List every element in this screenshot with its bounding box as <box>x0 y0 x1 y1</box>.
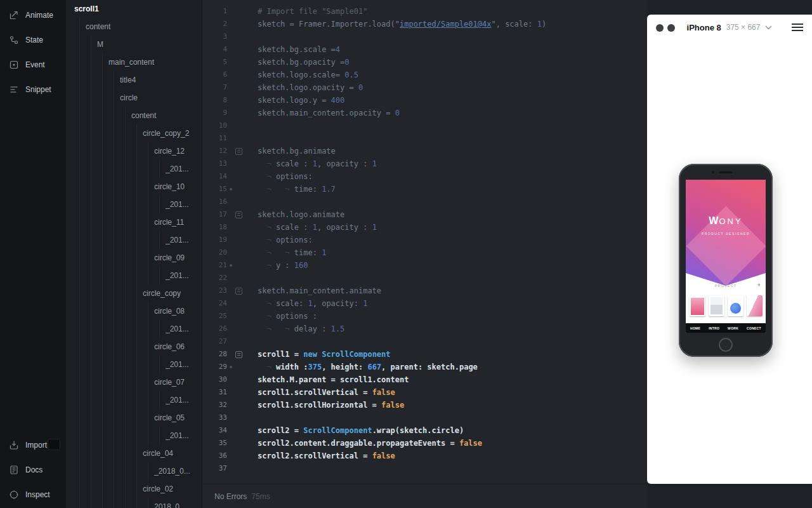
sidebar-item-animate[interactable]: Animate <box>0 3 66 27</box>
code-line-35[interactable]: 35scroll2.content.draggable.propagateEve… <box>202 437 647 450</box>
code-line-10[interactable]: 10 <box>202 119 647 132</box>
code-line-24[interactable]: 24 ¬ scale: 1, opacity: 1 <box>202 297 647 310</box>
layer-item-circle_07[interactable]: circle_07 <box>66 373 202 391</box>
layer-item-_201[interactable]: _201... <box>66 267 202 284</box>
phone-nav-home[interactable]: HOME <box>690 326 700 330</box>
layer-item-circle_06[interactable]: circle_06 <box>66 338 202 356</box>
code-line-29[interactable]: 29 ¬ width :375, height: 667, parent: sk… <box>202 361 647 373</box>
code-line-1[interactable]: 1# Import file "Sample01" <box>202 5 647 18</box>
code-line-12[interactable]: 12sketch.bg.animate <box>202 145 647 157</box>
layer-item-circle_copy[interactable]: circle_copy <box>66 284 202 302</box>
code-line-4[interactable]: 4sketch.bg.scale =4 <box>202 43 647 56</box>
code-line-13[interactable]: 13 ¬ scale : 1, opacity : 1 <box>202 157 647 170</box>
layer-item-circle_11[interactable]: circle_11 <box>66 213 202 231</box>
code-line-2[interactable]: 2sketch = Framer.Importer.load("imported… <box>202 18 647 30</box>
layer-item-circle_08[interactable]: circle_08 <box>66 302 202 320</box>
sidebar-item-import[interactable]: Import <box>0 432 66 457</box>
layer-item-scroll1[interactable]: scroll1 <box>66 0 202 18</box>
code-line-15[interactable]: 15 ¬ ¬ time: 1.7 <box>202 183 647 196</box>
project-thumbnail[interactable] <box>747 295 763 316</box>
code-line-32[interactable]: 32scroll1.scrollHorizontal = false <box>202 399 647 411</box>
layer-item-_201[interactable]: _201... <box>66 320 202 338</box>
code-fold-icon[interactable] <box>235 351 242 358</box>
sidebar-item-inspect[interactable]: Inspect <box>0 482 66 507</box>
layer-item-circle[interactable]: circle <box>66 89 202 107</box>
project-thumbnail[interactable] <box>690 295 705 316</box>
layer-item-_201[interactable]: _201... <box>66 196 202 213</box>
code-line-22[interactable]: 22 <box>202 272 647 284</box>
layer-item-main_content[interactable]: main_content <box>66 53 202 71</box>
code-line-16[interactable]: 16 <box>202 196 647 208</box>
layer-item-circle_copy_2[interactable]: circle_copy_2 <box>66 124 202 142</box>
sidebar-item-event[interactable]: Event <box>0 52 66 77</box>
code-line-28[interactable]: 28scroll1 = new ScrollComponent <box>202 348 647 361</box>
code-line-8[interactable]: 8sketch.logo.y = 400 <box>202 94 647 107</box>
layer-item-content[interactable]: content <box>66 18 202 36</box>
code-fold-icon[interactable] <box>235 211 242 218</box>
phone-home-button[interactable] <box>719 338 733 352</box>
code-line-34[interactable]: 34scroll2 = ScrollComponent.wrap(sketch.… <box>202 424 647 437</box>
layer-item-content[interactable]: content <box>66 107 202 124</box>
code-line-18[interactable]: 18 ¬ scale : 1, opacity : 1 <box>202 221 647 234</box>
code-line-31[interactable]: 31scroll1.scrollVertical = false <box>202 386 647 399</box>
sidebar-item-snippet[interactable]: Snippet <box>0 77 66 102</box>
code-line-3[interactable]: 3 <box>202 30 647 43</box>
tree-guide-line <box>159 267 160 284</box>
import-preview-badge[interactable] <box>48 439 60 450</box>
phone-preview-screen[interactable]: WONY PRODUCT DESIGNER PROJECT + HOMEINTR… <box>686 180 766 333</box>
code-line-7[interactable]: 7sketch.logo.opacity = 0 <box>202 81 647 94</box>
code-line-26[interactable]: 26 ¬ ¬ delay : 1.5 <box>202 323 647 335</box>
device-picker[interactable]: iPhone 8 375 × 667 <box>647 15 812 40</box>
layer-item-_201[interactable]: _201... <box>66 160 202 178</box>
code-line-11[interactable]: 11 <box>202 132 647 145</box>
code-line-37[interactable]: 37 <box>202 462 647 475</box>
menu-icon[interactable] <box>792 23 803 32</box>
code-area[interactable]: 1# Import file "Sample01"2sketch = Frame… <box>202 0 647 484</box>
tree-guide-line <box>125 249 126 267</box>
layer-item-circle_09[interactable]: circle_09 <box>66 249 202 267</box>
code-line-6[interactable]: 6sketch.logo.scale= 0.5 <box>202 69 647 81</box>
code-line-36[interactable]: 36scroll2.scrollVertical = false <box>202 450 647 462</box>
code-line-30[interactable]: 30sketch.M.parent = scroll1.content <box>202 373 647 386</box>
code-text: sketch.bg.animate <box>258 145 336 157</box>
code-line-25[interactable]: 25 ¬ options : <box>202 310 647 323</box>
code-line-33[interactable]: 33 <box>202 411 647 424</box>
layer-item-_201[interactable]: _201... <box>66 391 202 409</box>
code-line-9[interactable]: 9sketch.main_content.opacity = 0 <box>202 107 647 119</box>
sidebar-item-state[interactable]: State <box>0 27 66 52</box>
layer-item-circle_02[interactable]: circle_02 <box>66 480 202 498</box>
code-line-21[interactable]: 21 ¬ y : 160 <box>202 259 647 272</box>
chevron-down-icon[interactable] <box>765 25 772 30</box>
layer-item-_201[interactable]: _201... <box>66 427 202 444</box>
code-fold-icon[interactable] <box>235 288 242 295</box>
code-line-27[interactable]: 27 <box>202 335 647 348</box>
code-line-20[interactable]: 20 ¬ ¬ time: 1 <box>202 246 647 259</box>
layer-item-circle_12[interactable]: circle_12 <box>66 142 202 160</box>
code-line-23[interactable]: 23sketch.main_content.animate <box>202 284 647 297</box>
phone-nav-intro[interactable]: INTRO <box>709 326 719 330</box>
layer-item-title4[interactable]: title4 <box>66 71 202 89</box>
project-thumbnail[interactable] <box>728 295 743 316</box>
code-line-17[interactable]: 17sketch.logo.animate <box>202 208 647 221</box>
layer-item-circle_10[interactable]: circle_10 <box>66 178 202 196</box>
code-line-19[interactable]: 19 ¬ options: <box>202 234 647 246</box>
sidebar-item-docs[interactable]: Docs <box>0 457 66 482</box>
layer-item-_2018_0[interactable]: _2018_0... <box>66 462 202 480</box>
layers-tree: scroll1contentMmain_contenttitle4circlec… <box>66 0 202 508</box>
layer-item-circle_05[interactable]: circle_05 <box>66 409 202 427</box>
phone-nav-work[interactable]: WORK <box>728 326 738 330</box>
project-thumbnail[interactable] <box>709 295 724 316</box>
line-number: 30 <box>202 373 227 386</box>
tree-guide-line <box>136 480 137 498</box>
code-line-14[interactable]: 14 ¬ options: <box>202 170 647 183</box>
layer-item-circle_04[interactable]: circle_04 <box>66 444 202 462</box>
layer-item-_201[interactable]: _201... <box>66 356 202 373</box>
code-fold-icon[interactable] <box>235 148 242 155</box>
code-line-5[interactable]: 5sketch.bg.opacity =0 <box>202 56 647 69</box>
layer-item-M[interactable]: M <box>66 36 202 53</box>
add-project-button[interactable]: + <box>757 282 761 288</box>
code-editor[interactable]: 1# Import file "Sample01"2sketch = Frame… <box>202 0 647 508</box>
phone-nav-conect[interactable]: CONECT <box>747 326 761 330</box>
layer-item-_201[interactable]: _201... <box>66 231 202 249</box>
layer-item-2018_0[interactable]: 2018_0... <box>66 498 202 508</box>
